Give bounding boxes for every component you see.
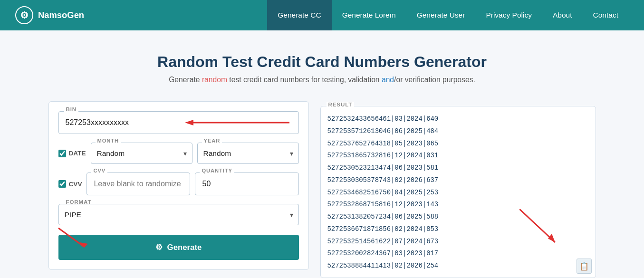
main-content: Random Test Credit Card Numbers Generato… bbox=[37, 30, 607, 278]
generate-gear-icon: ⚙ bbox=[155, 242, 163, 252]
result-line: 5272531865732816|12|2024|031 bbox=[327, 150, 589, 162]
cvv-field-label: CVV bbox=[91, 168, 107, 173]
cvv-checkbox[interactable] bbox=[58, 180, 66, 188]
cvv-input[interactable] bbox=[87, 173, 190, 195]
result-label: RESULT bbox=[327, 102, 355, 107]
two-column-layout: BIN DATE MONTH bbox=[48, 101, 596, 278]
page-title: Random Test Credit Card Numbers Generato… bbox=[48, 53, 596, 71]
logo-text: NamsoGen bbox=[38, 10, 84, 20]
result-line: 5272532868715816|12|2023|143 bbox=[327, 199, 589, 211]
month-select[interactable]: Random 0102 0304 0506 0708 0910 1112 bbox=[91, 143, 192, 164]
nav-link-privacy-policy[interactable]: Privacy Policy bbox=[475, 0, 542, 30]
nav-item-generate-cc[interactable]: Generate CC bbox=[267, 0, 331, 30]
copy-icon: 📋 bbox=[579, 262, 589, 271]
generate-button-label: Generate bbox=[167, 243, 202, 252]
quantity-input[interactable] bbox=[195, 173, 298, 195]
cvv-quantity-row: CVV CVV QUANTITY bbox=[58, 173, 299, 195]
page-subtitle: Generate random test credit card numbers… bbox=[48, 76, 596, 84]
format-select[interactable]: PIPE JSON CSV bbox=[58, 204, 299, 225]
navbar: ⚙ NamsoGen Generate CC Generate Lorem Ge… bbox=[0, 0, 644, 30]
nav-logo[interactable]: ⚙ NamsoGen bbox=[15, 6, 84, 24]
generate-button[interactable]: ⚙ Generate bbox=[58, 235, 299, 260]
nav-links: Generate CC Generate Lorem Generate User… bbox=[267, 0, 629, 30]
form-panel: BIN DATE MONTH bbox=[48, 101, 309, 270]
year-select[interactable]: Random 20232024 20252026 2027 bbox=[197, 143, 299, 164]
result-content[interactable]: 5272532433656461|03|2024|640527253571261… bbox=[321, 106, 596, 278]
result-line: 5272536671871856|02|2024|853 bbox=[327, 223, 589, 236]
copy-button[interactable]: 📋 bbox=[577, 259, 592, 274]
nav-link-contact[interactable]: Contact bbox=[583, 0, 629, 30]
subtitle-highlight-and: and bbox=[382, 76, 394, 84]
nav-link-about[interactable]: About bbox=[542, 0, 583, 30]
result-line: 5272532002824367|03|2023|017 bbox=[327, 248, 589, 260]
result-line: 5272532433656461|03|2024|640 bbox=[327, 113, 589, 125]
subtitle-highlight-random: random bbox=[202, 76, 227, 84]
nav-item-generate-lorem[interactable]: Generate Lorem bbox=[332, 0, 406, 30]
quantity-label: QUANTITY bbox=[200, 168, 234, 173]
date-row-group: DATE MONTH Random 0102 0304 0506 0708 09… bbox=[58, 143, 299, 164]
nav-item-contact[interactable]: Contact bbox=[583, 0, 629, 30]
month-label: MONTH bbox=[96, 138, 121, 144]
cvv-label-text: CVV bbox=[69, 181, 82, 188]
cvv-checkbox-label[interactable]: CVV bbox=[58, 180, 82, 188]
generate-button-area: ⚙ Generate bbox=[58, 235, 299, 260]
quantity-input-wrapper: QUANTITY bbox=[195, 173, 298, 195]
format-select-wrapper: PIPE JSON CSV ▾ bbox=[58, 204, 299, 225]
bin-input[interactable] bbox=[58, 111, 299, 134]
date-label: DATE bbox=[69, 150, 86, 157]
result-line: 5272532514561622|07|2024|673 bbox=[327, 236, 589, 248]
nav-link-generate-lorem[interactable]: Generate Lorem bbox=[332, 0, 406, 30]
date-checkbox[interactable] bbox=[58, 150, 66, 157]
nav-item-generate-user[interactable]: Generate User bbox=[406, 0, 476, 30]
cvv-input-wrapper: CVV bbox=[87, 173, 190, 195]
nav-item-privacy-policy[interactable]: Privacy Policy bbox=[475, 0, 542, 30]
bin-label: BIN bbox=[64, 106, 79, 112]
date-checkbox-label[interactable]: DATE bbox=[58, 150, 86, 157]
result-line: 5272538884411413|02|2026|254 bbox=[327, 260, 589, 272]
nav-link-generate-cc[interactable]: Generate CC bbox=[267, 0, 331, 30]
result-line: 5272534682516750|04|2025|253 bbox=[327, 187, 589, 199]
nav-link-generate-user[interactable]: Generate User bbox=[406, 0, 476, 30]
result-line: 5272531382057234|06|2025|588 bbox=[327, 211, 589, 223]
logo-gear-icon: ⚙ bbox=[15, 6, 33, 24]
format-field-group: FORMAT PIPE JSON CSV ▾ bbox=[58, 204, 299, 225]
result-panel: RESULT 5272532433656461|03|2024|64052725… bbox=[320, 106, 596, 278]
nav-item-about[interactable]: About bbox=[542, 0, 583, 30]
bin-field-group: BIN bbox=[58, 111, 299, 134]
year-select-wrapper: YEAR Random 20232024 20252026 2027 ▾ bbox=[197, 143, 299, 164]
result-line: 5272535712613046|06|2025|484 bbox=[327, 125, 589, 138]
result-line: 5272537652764318|05|2023|065 bbox=[327, 138, 589, 150]
result-line: 5272530305378743|02|2026|637 bbox=[327, 174, 589, 187]
year-label: YEAR bbox=[202, 138, 222, 144]
result-line: 5272530523213474|06|2023|581 bbox=[327, 162, 589, 174]
month-select-wrapper: MONTH Random 0102 0304 0506 0708 0910 11… bbox=[91, 143, 192, 164]
